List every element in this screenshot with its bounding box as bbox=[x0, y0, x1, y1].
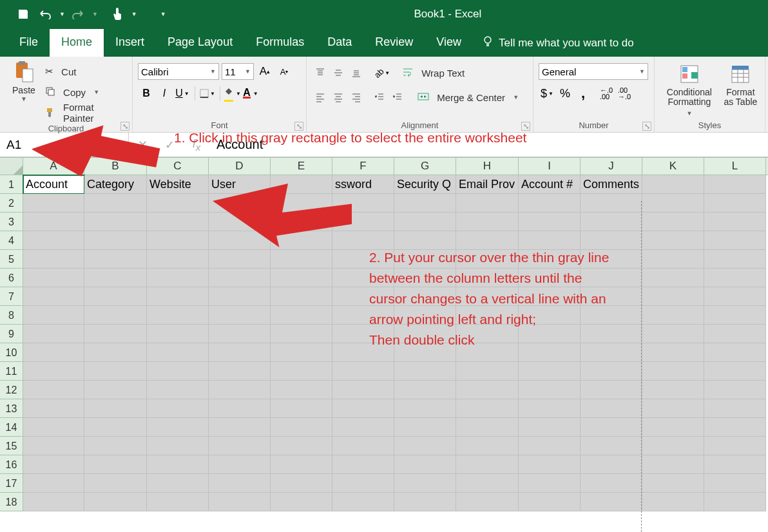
merge-center-button[interactable]: Merge & Center ▼ bbox=[418, 88, 519, 107]
cell-C11[interactable] bbox=[147, 362, 209, 381]
paste-dropdown[interactable]: ▼ bbox=[5, 95, 43, 102]
col-header-K[interactable]: K bbox=[642, 158, 704, 175]
underline-button[interactable]: U▼ bbox=[174, 85, 191, 102]
cell-C14[interactable] bbox=[147, 418, 209, 437]
currency-button[interactable]: $▼ bbox=[539, 85, 555, 102]
cell-H14[interactable] bbox=[456, 418, 519, 437]
redo-icon[interactable] bbox=[69, 5, 87, 23]
cell-G13[interactable] bbox=[394, 399, 456, 418]
align-right-button[interactable] bbox=[348, 89, 365, 106]
cut-button[interactable]: ✂ Cut bbox=[45, 62, 127, 81]
row-header-3[interactable]: 3 bbox=[0, 213, 23, 231]
percent-button[interactable]: % bbox=[557, 85, 573, 102]
undo-dropdown[interactable]: ▼ bbox=[59, 11, 65, 17]
align-bottom-button[interactable] bbox=[348, 64, 365, 81]
cell-D14[interactable] bbox=[209, 418, 271, 437]
cell-B13[interactable] bbox=[84, 399, 147, 418]
cell-C2[interactable] bbox=[147, 194, 209, 213]
cell-G11[interactable] bbox=[394, 362, 456, 381]
cell-L17[interactable] bbox=[704, 474, 766, 493]
cell-C4[interactable] bbox=[147, 231, 209, 250]
cell-C3[interactable] bbox=[147, 213, 209, 231]
cell-D16[interactable] bbox=[209, 455, 271, 474]
cell-D7[interactable] bbox=[209, 287, 271, 306]
col-header-E[interactable]: E bbox=[271, 158, 332, 175]
row-header-4[interactable]: 4 bbox=[0, 231, 23, 250]
cell-E1[interactable] bbox=[271, 175, 332, 194]
cell-A16[interactable] bbox=[23, 455, 84, 474]
cell-J17[interactable] bbox=[581, 474, 642, 493]
tab-file[interactable]: File bbox=[8, 29, 50, 57]
cell-G15[interactable] bbox=[394, 437, 456, 455]
cell-H18[interactable] bbox=[456, 493, 519, 511]
number-dialog[interactable]: ⤡ bbox=[642, 122, 651, 131]
cell-B5[interactable] bbox=[84, 250, 147, 269]
cell-J2[interactable] bbox=[581, 194, 642, 213]
cell-L14[interactable] bbox=[704, 418, 766, 437]
cell-K13[interactable] bbox=[642, 399, 704, 418]
cell-F17[interactable] bbox=[332, 474, 394, 493]
cell-A18[interactable] bbox=[23, 493, 84, 511]
cancel-button[interactable]: ✕ bbox=[129, 138, 156, 152]
cell-G16[interactable] bbox=[394, 455, 456, 474]
cell-E12[interactable] bbox=[271, 381, 332, 399]
cell-A3[interactable] bbox=[23, 213, 84, 231]
cell-G12[interactable] bbox=[394, 381, 456, 399]
tab-view[interactable]: View bbox=[425, 29, 473, 57]
cell-K8[interactable] bbox=[642, 306, 704, 325]
cell-H12[interactable] bbox=[456, 381, 519, 399]
cell-A8[interactable] bbox=[23, 306, 84, 325]
number-format-select[interactable]: General▼ bbox=[539, 63, 648, 80]
row-header-5[interactable]: 5 bbox=[0, 250, 23, 269]
col-header-D[interactable]: D bbox=[209, 158, 271, 175]
cell-L16[interactable] bbox=[704, 455, 766, 474]
cell-E17[interactable] bbox=[271, 474, 332, 493]
cell-E10[interactable] bbox=[271, 343, 332, 362]
cell-A4[interactable] bbox=[23, 231, 84, 250]
cell-F14[interactable] bbox=[332, 418, 394, 437]
cell-B15[interactable] bbox=[84, 437, 147, 455]
col-header-B[interactable]: B bbox=[84, 158, 147, 175]
tab-data[interactable]: Data bbox=[316, 29, 363, 57]
cell-E13[interactable] bbox=[271, 399, 332, 418]
cell-D5[interactable] bbox=[209, 250, 271, 269]
cell-K18[interactable] bbox=[642, 493, 704, 511]
align-top-button[interactable] bbox=[312, 64, 329, 81]
font-name-select[interactable]: Calibri▼ bbox=[138, 63, 219, 80]
cell-F18[interactable] bbox=[332, 493, 394, 511]
cell-C16[interactable] bbox=[147, 455, 209, 474]
row-header-18[interactable]: 18 bbox=[0, 493, 23, 511]
cell-C15[interactable] bbox=[147, 437, 209, 455]
cell-B8[interactable] bbox=[84, 306, 147, 325]
cell-I16[interactable] bbox=[519, 455, 581, 474]
cell-E11[interactable] bbox=[271, 362, 332, 381]
cell-D8[interactable] bbox=[209, 306, 271, 325]
alignment-dialog[interactable]: ⤡ bbox=[521, 122, 530, 131]
cell-E3[interactable] bbox=[271, 213, 332, 231]
cell-I3[interactable] bbox=[519, 213, 581, 231]
align-center-button[interactable] bbox=[330, 89, 347, 106]
qat-customize[interactable]: ▼ bbox=[160, 11, 166, 17]
cell-L18[interactable] bbox=[704, 493, 766, 511]
cell-D17[interactable] bbox=[209, 474, 271, 493]
cell-B2[interactable] bbox=[84, 194, 147, 213]
cell-J11[interactable] bbox=[581, 362, 642, 381]
cell-A13[interactable] bbox=[23, 399, 84, 418]
cell-B10[interactable] bbox=[84, 343, 147, 362]
cell-G14[interactable] bbox=[394, 418, 456, 437]
row-header-6[interactable]: 6 bbox=[0, 269, 23, 287]
col-header-G[interactable]: G bbox=[394, 158, 456, 175]
conditional-formatting-button[interactable]: Conditional Formatting▼ bbox=[660, 62, 719, 117]
cell-K12[interactable] bbox=[642, 381, 704, 399]
row-header-1[interactable]: 1 bbox=[0, 175, 23, 194]
cell-D9[interactable] bbox=[209, 325, 271, 343]
cell-K16[interactable] bbox=[642, 455, 704, 474]
cell-B16[interactable] bbox=[84, 455, 147, 474]
cell-D18[interactable] bbox=[209, 493, 271, 511]
cell-B9[interactable] bbox=[84, 325, 147, 343]
cell-H2[interactable] bbox=[456, 194, 519, 213]
row-header-15[interactable]: 15 bbox=[0, 437, 23, 455]
cell-F1[interactable]: ssword bbox=[332, 175, 394, 194]
italic-button[interactable]: I bbox=[156, 85, 173, 102]
col-header-L[interactable]: L bbox=[704, 158, 766, 175]
